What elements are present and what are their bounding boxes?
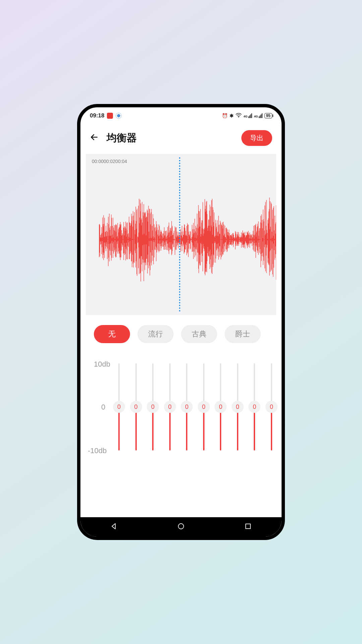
- eq-label-zero: 0: [101, 403, 105, 412]
- signal-2: 4G: [254, 113, 262, 118]
- eq-knob[interactable]: 0: [130, 401, 142, 413]
- battery-indicator: 95: [264, 113, 272, 118]
- svg-point-0: [238, 116, 239, 117]
- eq-band-8[interactable]: 0: [231, 363, 244, 450]
- eq-knob[interactable]: 0: [164, 401, 176, 413]
- svg-rect-2: [246, 524, 250, 529]
- eq-knob[interactable]: 0: [113, 401, 125, 413]
- page-title: 均衡器: [107, 131, 137, 145]
- time-2: 00:04: [115, 159, 127, 164]
- svg-point-1: [178, 524, 184, 529]
- equalizer: 10db 0 -10db 0 0 0 0 0 0 0 0 0 0: [80, 346, 282, 517]
- eq-band-3[interactable]: 0: [146, 363, 160, 450]
- eq-knob[interactable]: 0: [198, 401, 210, 413]
- alarm-icon: ⏰: [222, 113, 228, 118]
- eq-sliders: 0 0 0 0 0 0 0 0 0 0: [112, 363, 278, 450]
- eq-knob[interactable]: 0: [248, 401, 260, 413]
- export-button[interactable]: 导出: [241, 130, 272, 146]
- eq-band-2[interactable]: 0: [129, 363, 143, 450]
- signal-1: 4G: [244, 113, 252, 118]
- timeline-labels: 00:00 00:02 00:04: [86, 154, 276, 164]
- status-time: 09:18: [90, 112, 104, 119]
- eq-band-7[interactable]: 0: [214, 363, 227, 450]
- status-left: 09:18: [90, 112, 122, 119]
- eq-band-9[interactable]: 0: [248, 363, 261, 450]
- eq-band-6[interactable]: 0: [197, 363, 210, 450]
- waveform: [86, 198, 276, 281]
- status-bar: 09:18 ⏰ ✱ 4G 4G 95: [80, 107, 282, 124]
- android-navbar: [80, 517, 282, 537]
- nav-recent-icon[interactable]: [244, 522, 252, 532]
- app-icon-1: [107, 113, 113, 119]
- eq-band-1[interactable]: 0: [112, 363, 126, 450]
- back-button[interactable]: [90, 133, 99, 143]
- preset-pop[interactable]: 流行: [137, 325, 174, 343]
- status-right: ⏰ ✱ 4G 4G 95: [222, 113, 272, 119]
- time-1: 00:02: [104, 159, 115, 164]
- eq-label-top: 10db: [94, 360, 110, 369]
- eq-knob[interactable]: 0: [232, 401, 244, 413]
- phone-frame: 09:18 ⏰ ✱ 4G 4G 95 均衡器 导出: [77, 104, 285, 540]
- title-bar: 均衡器 导出: [80, 124, 282, 151]
- eq-knob[interactable]: 0: [181, 401, 193, 413]
- eq-knob[interactable]: 0: [265, 401, 278, 413]
- nav-back-icon[interactable]: [110, 522, 118, 532]
- wifi-icon: [236, 113, 242, 119]
- time-0: 00:00: [92, 159, 104, 164]
- eq-band-4[interactable]: 0: [163, 363, 177, 450]
- nav-home-icon[interactable]: [177, 522, 185, 532]
- preset-jazz[interactable]: 爵士: [225, 325, 261, 343]
- eq-label-bottom: -10db: [88, 446, 107, 455]
- preset-classic[interactable]: 古典: [181, 325, 217, 343]
- app-icon-2: [116, 113, 122, 119]
- preset-none[interactable]: 无: [94, 325, 130, 343]
- bluetooth-icon: ✱: [230, 113, 234, 118]
- eq-knob[interactable]: 0: [215, 401, 227, 413]
- eq-band-5[interactable]: 0: [180, 363, 193, 450]
- preset-row: 无 流行 古典 爵士: [80, 315, 282, 346]
- playhead[interactable]: [179, 157, 180, 312]
- waveform-panel[interactable]: 00:00 00:02 00:04: [86, 154, 276, 315]
- eq-knob[interactable]: 0: [147, 401, 159, 413]
- eq-band-10[interactable]: 0: [265, 363, 278, 450]
